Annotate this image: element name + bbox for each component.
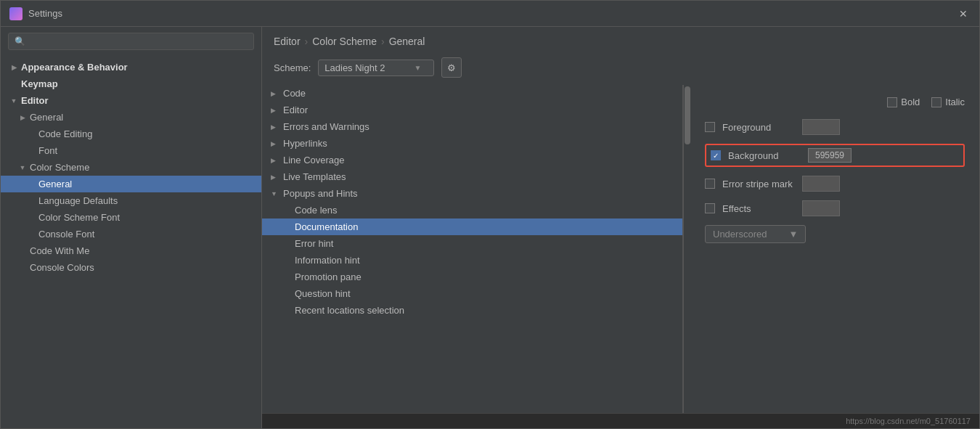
chevron-down-icon: ▼ (414, 64, 421, 72)
sidebar-item-label: Appearance & Behavior (21, 62, 128, 73)
breadcrumb-general: General (389, 36, 425, 47)
scheme-item-line-coverage[interactable]: ▶ Line Coverage (262, 152, 682, 168)
background-label: Background (728, 150, 801, 161)
scrollbar-thumb[interactable] (685, 86, 690, 144)
chevron-icon: ▶ (271, 157, 279, 164)
scheme-item-info-hint[interactable]: Information hint (262, 252, 682, 269)
scheme-row: Scheme: Ladies Night 2 ▼ ⚙ (262, 53, 979, 85)
italic-checkbox[interactable] (931, 97, 942, 107)
sidebar-item-editor[interactable]: ▼ Editor (1, 92, 261, 109)
foreground-checkbox[interactable] (705, 122, 715, 132)
chevron-icon: ▶ (9, 64, 18, 71)
sidebar-item-label: General (30, 112, 63, 123)
sidebar-item-appearance[interactable]: ▶ Appearance & Behavior (1, 59, 261, 75)
scheme-item-label: Hyperlinks (283, 138, 327, 149)
sidebar-item-language-defaults[interactable]: Language Defaults (1, 192, 261, 209)
sidebar-item-label: Keymap (21, 78, 58, 89)
search-input[interactable] (29, 36, 248, 46)
foreground-color-swatch[interactable] (802, 119, 840, 135)
chevron-icon: ▼ (271, 190, 279, 197)
chevron-icon (27, 131, 36, 138)
title-bar: Settings ✕ (1, 1, 979, 27)
background-checkbox[interactable]: ✓ (711, 150, 721, 160)
sidebar-item-console-font[interactable]: Console Font (1, 226, 261, 242)
chevron-icon: ▶ (271, 90, 279, 97)
scheme-item-recent-locations[interactable]: Recent locations selection (262, 302, 682, 319)
sidebar-item-color-scheme-font[interactable]: Color Scheme Font (1, 209, 261, 226)
error-stripe-label: Error stripe mark (722, 179, 795, 189)
scheme-item-code-lens[interactable]: Code lens (262, 202, 682, 218)
sidebar-item-label: Color Scheme Font (38, 212, 120, 223)
sidebar-item-label: Console Colors (30, 262, 94, 273)
scheme-item-code[interactable]: ▶ Code (262, 85, 682, 102)
panels-row: ▶ Code ▶ Editor ▶ Errors and Warnings (262, 85, 979, 413)
sidebar-item-color-scheme[interactable]: ▼ Color Scheme (1, 159, 261, 176)
scheme-item-label: Popups and Hints (283, 188, 358, 199)
sidebar: 🔍 ▶ Appearance & Behavior Keymap ▼ Edito… (1, 27, 262, 428)
chevron-icon: ▶ (18, 114, 27, 121)
chevron-icon (27, 214, 36, 221)
chevron-icon (27, 147, 36, 155)
underscored-dropdown[interactable]: Underscored ▼ (705, 225, 806, 243)
scheme-item-label: Information hint (295, 255, 360, 266)
check-mark-icon: ✓ (713, 152, 719, 160)
chevron-icon (282, 274, 291, 281)
effects-label: Effects (722, 203, 795, 214)
breadcrumb-editor: Editor (274, 36, 301, 47)
chevron-icon (18, 264, 27, 271)
sidebar-item-label: Color Scheme (30, 162, 89, 173)
sidebar-item-keymap[interactable]: Keymap (1, 75, 261, 92)
url-bar: https://blog.csdn.net/m0_51760117 (262, 413, 979, 428)
chevron-icon (18, 248, 27, 255)
sidebar-item-code-editing[interactable]: Code Editing (1, 126, 261, 142)
scheme-item-label: Recent locations selection (295, 305, 404, 316)
scheme-dropdown[interactable]: Ladies Night 2 ▼ (318, 60, 434, 76)
sidebar-item-console-colors[interactable]: Console Colors (1, 259, 261, 276)
settings-window: Settings ✕ 🔍 ▶ Appearance & Behavior Key… (0, 0, 980, 429)
sidebar-item-code-with-me[interactable]: Code With Me (1, 242, 261, 259)
sidebar-item-general[interactable]: ▶ General (1, 109, 261, 126)
content-area: 🔍 ▶ Appearance & Behavior Keymap ▼ Edito… (1, 27, 979, 428)
effects-checkbox[interactable] (705, 203, 715, 213)
scrollbar-track[interactable] (683, 85, 690, 413)
scheme-item-live-templates[interactable]: ▶ Live Templates (262, 168, 682, 185)
sidebar-item-label: Code Editing (38, 128, 92, 139)
scheme-value: Ladies Night 2 (324, 62, 385, 73)
breadcrumb-color-scheme: Color Scheme (312, 36, 377, 47)
sidebar-item-label: Language Defaults (38, 195, 118, 206)
chevron-down-icon: ▼ (788, 229, 798, 240)
error-stripe-checkbox[interactable] (705, 179, 715, 189)
scheme-item-error-hint[interactable]: Error hint (262, 235, 682, 252)
underscored-value: Underscored (713, 229, 767, 240)
scheme-item-popups[interactable]: ▼ Popups and Hints (262, 185, 682, 202)
bold-label: Bold (901, 97, 920, 107)
window-title: Settings (28, 8, 956, 19)
error-stripe-color-swatch[interactable] (802, 176, 840, 192)
bold-item: Bold (887, 97, 920, 107)
scheme-item-editor[interactable]: ▶ Editor (262, 102, 682, 118)
scheme-item-question-hint[interactable]: Question hint (262, 285, 682, 302)
scheme-item-hyperlinks[interactable]: ▶ Hyperlinks (262, 135, 682, 152)
scheme-item-label: Code (283, 88, 306, 99)
search-box[interactable]: 🔍 (8, 33, 254, 50)
url-text: https://blog.csdn.net/m0_51760117 (846, 417, 971, 425)
scheme-item-label: Editor (283, 105, 308, 115)
sidebar-item-font[interactable]: Font (1, 142, 261, 159)
scheme-item-promotion[interactable]: Promotion pane (262, 269, 682, 285)
italic-item: Italic (931, 97, 965, 107)
scheme-item-label: Code lens (295, 205, 338, 216)
scheme-label: Scheme: (274, 62, 311, 73)
background-color-value[interactable]: 595959 (808, 148, 852, 163)
effects-color-swatch[interactable] (802, 200, 840, 216)
gear-button[interactable]: ⚙ (441, 57, 462, 78)
chevron-icon: ▶ (271, 123, 279, 131)
scheme-item-documentation[interactable]: Documentation (262, 218, 682, 235)
bold-checkbox[interactable] (887, 97, 897, 107)
scheme-item-errors[interactable]: ▶ Errors and Warnings (262, 118, 682, 135)
chevron-icon (27, 181, 36, 188)
sidebar-item-general-selected[interactable]: General (1, 176, 261, 192)
close-button[interactable]: ✕ (956, 7, 971, 21)
scheme-item-label: Promotion pane (295, 271, 362, 282)
chevron-icon (282, 224, 291, 231)
scheme-item-label: Question hint (295, 288, 351, 299)
